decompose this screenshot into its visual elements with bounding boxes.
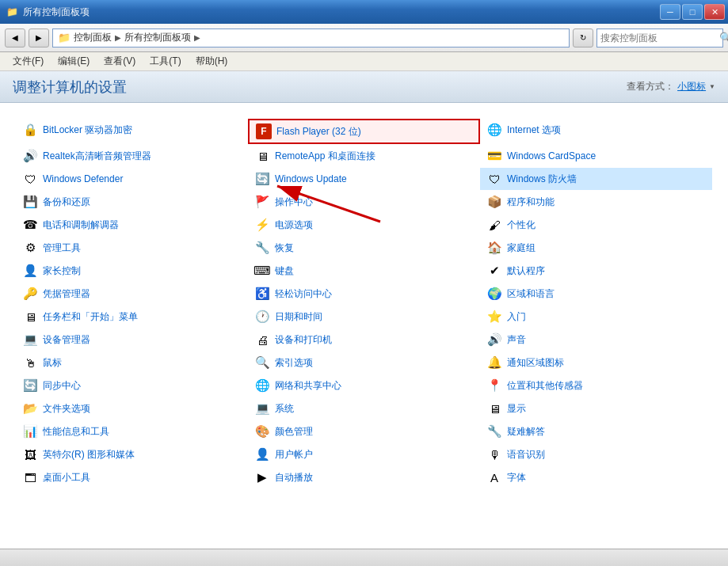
list-item[interactable]: 🌐网络和共享中心 (248, 374, 480, 397)
item-icon: 🖨 (254, 332, 270, 348)
list-item[interactable]: 🔊Realtek高清晰音频管理器 (16, 145, 248, 167)
menu-tools[interactable]: 工具(T) (143, 53, 187, 70)
address-bar: ◀ ▶ 📁 控制面板 ▶ 所有控制面板项 ▶ ↻ 🔍 (0, 24, 728, 52)
list-item[interactable]: A字体 (480, 466, 712, 488)
address-input[interactable]: 📁 控制面板 ▶ 所有控制面板项 ▶ (52, 28, 570, 47)
list-item[interactable]: 🗔桌面小工具 (16, 466, 248, 488)
item-label: 英特尔(R) 图形和媒体 (43, 448, 135, 462)
main-content: 🔒BitLocker 驱动器加密FFlash Player (32 位)🌐Int… (0, 103, 728, 549)
search-icon[interactable]: 🔍 (719, 32, 728, 44)
list-item[interactable]: 🛡Windows Defender (16, 168, 248, 190)
list-item[interactable]: 🔧疑难解答 (480, 420, 712, 443)
list-item[interactable]: 🌍区域和语言 (480, 283, 712, 305)
list-item[interactable]: ♿轻松访问中心 (248, 283, 480, 305)
list-item[interactable]: ▶自动播放 (248, 466, 480, 488)
list-item[interactable]: ✔默认程序 (480, 260, 712, 282)
item-label: 轻松访问中心 (275, 287, 332, 301)
status-bar (0, 549, 728, 566)
item-label: 操作中心 (275, 196, 313, 209)
list-item[interactable]: 👤家长控制 (16, 260, 248, 282)
item-icon: 🚩 (254, 194, 270, 210)
list-item[interactable]: 🔄同步中心 (16, 374, 248, 397)
menu-edit[interactable]: 编辑(E) (51, 53, 96, 70)
breadcrumb-text: 控制面板 (74, 31, 112, 44)
refresh-button[interactable]: ↻ (573, 28, 593, 47)
item-label: 语音识别 (507, 448, 545, 462)
list-item[interactable]: 📍位置和其他传感器 (480, 374, 712, 397)
item-label: 网络和共享中心 (275, 379, 341, 393)
list-item[interactable]: 📊性能信息和工具 (16, 420, 248, 443)
back-button[interactable]: ◀ (5, 28, 25, 47)
list-item[interactable]: 🔒BitLocker 驱动器加密 (16, 119, 248, 141)
item-label: 日期和时间 (275, 310, 322, 324)
list-item[interactable]: 🌐Internet 选项 (480, 119, 712, 141)
breadcrumb-arrow2: ▶ (194, 33, 200, 42)
list-item[interactable]: 👤用户帐户 (248, 443, 480, 465)
list-item[interactable]: 🕐日期和时间 (248, 306, 480, 328)
search-input[interactable] (600, 32, 719, 44)
list-item[interactable]: 🔧恢复 (248, 237, 480, 259)
maximize-button[interactable]: □ (682, 4, 703, 20)
items-grid: 🔒BitLocker 驱动器加密FFlash Player (32 位)🌐Int… (16, 111, 712, 496)
item-label: 桌面小工具 (43, 471, 90, 484)
view-label: 查看方式： (627, 80, 674, 93)
view-value[interactable]: 小图标 (677, 80, 706, 93)
page-title: 调整计算机的设置 (13, 78, 127, 97)
list-item[interactable]: ⚡电源选项 (248, 214, 480, 236)
menu-help[interactable]: 帮助(H) (189, 53, 234, 70)
item-label: 区域和语言 (507, 287, 555, 301)
list-item[interactable]: 💻系统 (248, 397, 480, 420)
minimize-button[interactable]: ─ (660, 4, 680, 20)
item-label: 设备管理器 (43, 333, 90, 347)
list-item[interactable]: 🔍索引选项 (248, 351, 480, 374)
list-item[interactable]: 📂文件夹选项 (16, 397, 248, 420)
item-label: 位置和其他传感器 (507, 379, 583, 393)
item-label: 电源选项 (275, 218, 313, 232)
item-label: 文件夹选项 (43, 402, 90, 416)
item-label: 用户帐户 (275, 448, 313, 462)
list-item[interactable]: 🔔通知区域图标 (480, 351, 712, 374)
menu-view[interactable]: 查看(V) (97, 53, 142, 70)
list-item[interactable]: 🖥RemoteApp 和桌面连接 (248, 145, 480, 167)
menu-file[interactable]: 文件(F) (6, 53, 50, 70)
item-label: 家长控制 (43, 264, 81, 278)
list-item[interactable]: 🖨设备和打印机 (248, 329, 480, 351)
list-item[interactable]: 🚩操作中心 (248, 191, 480, 213)
item-icon: 🎙 (486, 446, 502, 462)
list-item[interactable]: 💾备份和还原 (16, 191, 248, 213)
list-item[interactable]: 🖥任务栏和「开始」菜单 (16, 306, 248, 328)
item-label: 设备和打印机 (275, 333, 332, 347)
list-item[interactable]: 💻设备管理器 (16, 329, 248, 351)
item-icon: 🛡 (486, 171, 502, 187)
list-item[interactable]: 🔊声音 (480, 329, 712, 351)
item-label: 字体 (507, 471, 526, 484)
forward-button[interactable]: ▶ (29, 28, 49, 47)
list-item[interactable]: 🏠家庭组 (480, 237, 712, 259)
list-item[interactable]: 📦程序和功能 (480, 191, 712, 213)
list-item[interactable]: 🔑凭据管理器 (16, 283, 248, 305)
list-item[interactable]: 💳Windows CardSpace (480, 145, 712, 167)
close-button[interactable]: ✕ (704, 4, 725, 20)
search-box[interactable]: 🔍 (597, 28, 723, 47)
list-item[interactable]: 🔄Windows Update (248, 168, 480, 190)
list-item[interactable]: 🛡Windows 防火墙 (480, 168, 712, 190)
item-icon: 💻 (254, 401, 270, 416)
list-item[interactable]: ⌨键盘 (248, 260, 480, 282)
list-item[interactable]: ☎电话和调制解调器 (16, 214, 248, 236)
item-icon: A (486, 469, 502, 485)
list-item[interactable]: 🖼英特尔(R) 图形和媒体 (16, 443, 248, 465)
list-item[interactable]: 🖱鼠标 (16, 351, 248, 374)
list-item[interactable]: ⚙管理工具 (16, 237, 248, 259)
list-item[interactable]: FFlash Player (32 位) (248, 119, 480, 144)
list-item[interactable]: ⭐入门 (480, 306, 712, 328)
list-item[interactable]: 🎙语音识别 (480, 443, 712, 465)
item-icon: 🔧 (486, 424, 502, 439)
item-icon: 💻 (22, 332, 38, 348)
view-options: 查看方式： 小图标 ▼ (627, 80, 715, 93)
item-label: Windows CardSpace (507, 150, 596, 161)
list-item[interactable]: 🖌个性化 (480, 214, 712, 236)
list-item[interactable]: 🖥显示 (480, 397, 712, 420)
list-item[interactable]: 🎨颜色管理 (248, 420, 480, 443)
item-icon: 🗔 (22, 469, 38, 485)
item-icon: 🌐 (254, 378, 270, 393)
